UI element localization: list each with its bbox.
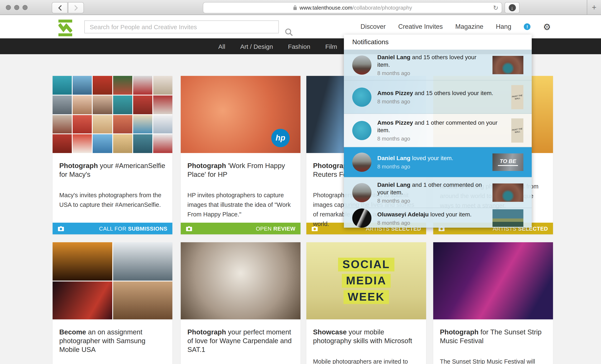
- tab-all[interactable]: All: [218, 43, 225, 50]
- card-image-collage: [53, 76, 172, 153]
- card-title: Showcase your mobile photography skills …: [313, 328, 420, 345]
- card-title: Photograph your perfect moment of love f…: [187, 328, 294, 354]
- nav-creative-invites[interactable]: Creative Invites: [398, 23, 443, 30]
- url-path: /collaborate/photography: [352, 5, 412, 11]
- notification-item[interactable]: Oluwaseyi Adelaju loved your item. 8 mon…: [344, 208, 532, 228]
- nav-hang[interactable]: Hang: [496, 23, 511, 30]
- invite-card-sunset-strip[interactable]: Photograph for The Sunset Strip Music Fe…: [433, 242, 553, 364]
- notifications-icon[interactable]: !: [524, 23, 531, 30]
- avatar: [352, 152, 371, 172]
- talenthouse-logo-icon[interactable]: [59, 19, 72, 36]
- invite-card-hp[interactable]: hp Photograph 'Work From Happy Place' fo…: [181, 76, 300, 234]
- timestamp: 8 months ago: [377, 98, 505, 105]
- timestamp: 8 months ago: [377, 220, 487, 226]
- timestamp: 8 months ago: [377, 163, 487, 170]
- poster-line: SOCIAL: [338, 258, 394, 271]
- card-image-poster: SOCIAL MEDIA WEEK: [306, 242, 426, 319]
- poster-line: WEEK: [343, 290, 389, 304]
- card-description: The Sunset Strip Music Festival will sel…: [440, 357, 546, 364]
- url-domain: www.talenthouse.com: [300, 5, 352, 11]
- avatar: [352, 55, 371, 74]
- card-image-hammock: hp: [181, 76, 300, 153]
- status-label: OPEN REVIEW: [256, 225, 295, 232]
- invite-card-microsoft[interactable]: SOCIAL MEDIA WEEK Showcase your mobile p…: [306, 242, 426, 364]
- search-input[interactable]: [84, 20, 279, 33]
- card-status-bar[interactable]: CALL FOR SUBMISSIONS: [53, 223, 172, 234]
- card-title: Photograph for The Sunset Strip Music Fe…: [440, 328, 546, 345]
- browser-chrome: www.talenthouse.com/collaborate/photogra…: [0, 0, 601, 15]
- tab-fashion[interactable]: Fashion: [288, 43, 310, 50]
- notifications-panel: Notifications Daniel Lang and 15 others …: [344, 35, 532, 228]
- url-bar[interactable]: www.talenthouse.com/collaborate/photogra…: [203, 2, 502, 13]
- download-arrow-icon: ↓: [511, 5, 513, 11]
- gear-icon[interactable]: ⚙: [543, 22, 551, 31]
- card-description: Macy's invites photographers from the US…: [59, 191, 166, 210]
- camera-icon: [311, 226, 318, 231]
- notification-thumbnail: PAINT THE WALL: [511, 85, 523, 109]
- camera-icon: [58, 226, 64, 231]
- timestamp: 8 months ago: [377, 198, 487, 204]
- poster-line: MEDIA: [342, 274, 391, 288]
- timestamp: 8 months ago: [377, 70, 487, 76]
- card-title: Become an on assignment photographer wit…: [59, 328, 166, 354]
- card-description: Mobile photographers are invited to subm…: [313, 357, 420, 364]
- notification-thumbnail: [492, 183, 523, 201]
- close-window-button[interactable]: [6, 5, 11, 10]
- notification-item-active[interactable]: Daniel Lang loved your item. 8 months ag…: [344, 147, 532, 177]
- notification-item[interactable]: Amos Pizzey and 1 other commented on you…: [344, 114, 532, 147]
- timestamp: 8 months ago: [377, 135, 505, 142]
- card-status-bar[interactable]: OPEN REVIEW: [181, 223, 300, 234]
- camera-icon: [186, 226, 192, 231]
- notification-thumbnail: PAINT THE WALL: [511, 118, 523, 142]
- card-image-couple: [181, 242, 300, 319]
- back-button[interactable]: [52, 2, 68, 13]
- card-description: HP invites photographers to capture imag…: [187, 191, 294, 219]
- forward-button[interactable]: [68, 2, 84, 13]
- card-title: Photograph your #AmericanSelfie for Macy…: [59, 161, 166, 179]
- tab-art-design[interactable]: Art / Design: [240, 43, 273, 50]
- card-image-collage: [53, 242, 172, 319]
- downloads-button[interactable]: ↓: [505, 2, 520, 13]
- invite-card-sat1[interactable]: Photograph your perfect moment of love f…: [181, 242, 300, 364]
- nav-discover[interactable]: Discover: [361, 23, 386, 30]
- minimize-window-button[interactable]: [14, 5, 19, 10]
- nav-magazine[interactable]: Magazine: [455, 23, 483, 30]
- screenshot-stage: www.talenthouse.com/collaborate/photogra…: [0, 0, 601, 364]
- notification-item[interactable]: Daniel Lang and 15 others loved your ite…: [344, 50, 532, 80]
- lock-icon: [293, 5, 297, 10]
- notification-thumbnail: [492, 209, 523, 227]
- notification-item[interactable]: Amos Pizzey and 15 others loved your ite…: [344, 80, 532, 114]
- notification-thumbnail: TO BE: [492, 153, 523, 171]
- notification-thumbnail: [492, 56, 523, 74]
- avatar: [352, 209, 371, 228]
- status-label: CALL FOR SUBMISSIONS: [99, 225, 167, 232]
- hp-logo: hp: [271, 129, 290, 147]
- notification-item[interactable]: Daniel Lang and 1 other commented on you…: [344, 177, 532, 208]
- tab-film[interactable]: Film: [325, 43, 337, 50]
- search-icon[interactable]: [285, 28, 293, 36]
- avatar: [352, 121, 371, 140]
- avatar: [352, 183, 371, 202]
- card-title: Photograph 'Work From Happy Place' for H…: [187, 161, 294, 179]
- zoom-window-button[interactable]: [22, 5, 28, 10]
- invite-card-macys[interactable]: Photograph your #AmericanSelfie for Macy…: [53, 76, 172, 234]
- refresh-icon[interactable]: ↻: [493, 4, 498, 12]
- avatar: [352, 87, 371, 106]
- notifications-title: Notifications: [344, 35, 532, 50]
- invite-card-samsung[interactable]: Become an on assignment photographer wit…: [53, 242, 172, 364]
- new-tab-button[interactable]: +: [587, 0, 601, 15]
- card-image-concert: [433, 242, 553, 319]
